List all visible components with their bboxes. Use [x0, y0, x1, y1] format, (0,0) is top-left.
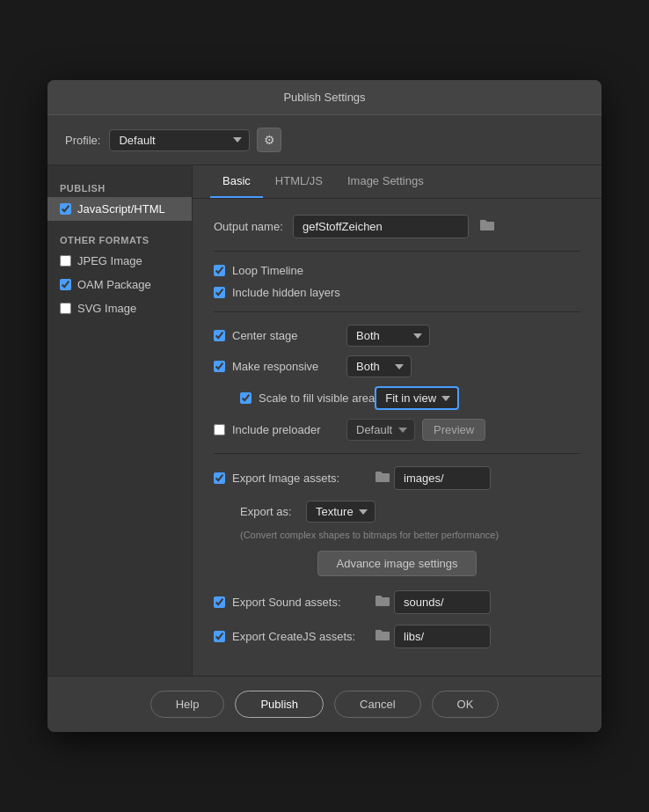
- svg-checkbox[interactable]: [60, 303, 71, 314]
- basic-tab-body: Output name: Loop Timeline: [193, 199, 602, 675]
- loop-timeline-checkbox[interactable]: [214, 265, 225, 276]
- gear-button[interactable]: ⚙: [257, 128, 281, 152]
- profile-label: Profile:: [65, 134, 100, 147]
- profile-row: Profile: Default ⚙: [47, 115, 602, 165]
- export-createjs-folder-button[interactable]: [371, 628, 394, 646]
- javascript-html-label: JavaScript/HTML: [77, 202, 165, 216]
- tab-html-js[interactable]: HTML/JS: [263, 165, 335, 198]
- jpeg-checkbox[interactable]: [60, 255, 71, 267]
- other-formats-label: OTHER FORMATS: [47, 230, 192, 249]
- export-image-row: Export Image assets:: [214, 466, 580, 490]
- sidebar-item-jpeg[interactable]: JPEG Image: [47, 249, 192, 273]
- profile-select[interactable]: Default: [109, 129, 250, 151]
- export-as-row: Export as: Texture PNG JPG: [214, 501, 580, 523]
- make-responsive-row: Make responsive Both Width Height None: [214, 355, 580, 377]
- export-image-path-input[interactable]: [394, 466, 491, 490]
- export-sound-label: Export Sound assets:: [232, 596, 364, 609]
- export-sound-path-input[interactable]: [394, 590, 491, 614]
- content-area: Basic HTML/JS Image Settings Output name…: [193, 165, 602, 676]
- footer: Help Publish Cancel OK: [47, 676, 602, 732]
- ok-button[interactable]: OK: [432, 691, 500, 718]
- output-name-input[interactable]: [293, 215, 469, 238]
- include-hidden-layers-row: Include hidden layers: [214, 286, 580, 299]
- export-createjs-path-input[interactable]: [394, 625, 491, 648]
- main-content: PUBLISH JavaScript/HTML OTHER FORMATS JP…: [47, 165, 602, 676]
- sidebar-item-oam[interactable]: OAM Package: [47, 273, 192, 296]
- publish-section-label: PUBLISH: [47, 178, 192, 197]
- center-stage-label[interactable]: Center stage: [232, 329, 346, 342]
- help-button[interactable]: Help: [150, 691, 225, 718]
- dialog-title: Publish Settings: [283, 91, 365, 104]
- export-as-select[interactable]: Texture PNG JPG: [306, 501, 376, 523]
- loop-timeline-label[interactable]: Loop Timeline: [232, 264, 303, 277]
- export-createjs-row: Export CreateJS assets:: [214, 625, 580, 648]
- include-hidden-layers-label[interactable]: Include hidden layers: [232, 286, 340, 299]
- export-sound-row: Export Sound assets:: [214, 590, 580, 614]
- center-stage-row: Center stage Both Horizontal Vertical No…: [214, 325, 580, 347]
- tabs: Basic HTML/JS Image Settings: [193, 165, 602, 199]
- export-hint: (Convert complex shapes to bitmaps for b…: [214, 530, 580, 540]
- center-stage-select[interactable]: Both Horizontal Vertical None: [346, 325, 430, 347]
- oam-checkbox[interactable]: [60, 279, 71, 290]
- center-stage-checkbox[interactable]: [214, 330, 225, 341]
- scale-to-fill-select[interactable]: Fit in view Fill view None: [375, 386, 459, 410]
- tab-basic[interactable]: Basic: [210, 165, 263, 198]
- publish-button[interactable]: Publish: [235, 691, 324, 718]
- export-createjs-label: Export CreateJS assets:: [232, 630, 364, 643]
- include-preloader-label[interactable]: Include preloader: [232, 423, 346, 436]
- publish-settings-dialog: Publish Settings Profile: Default ⚙ PUBL…: [47, 80, 602, 732]
- preloader-select[interactable]: Default: [346, 419, 415, 441]
- export-image-checkbox[interactable]: [214, 472, 225, 484]
- output-name-row: Output name:: [214, 215, 580, 238]
- make-responsive-select[interactable]: Both Width Height None: [346, 355, 412, 377]
- include-hidden-layers-checkbox[interactable]: [214, 287, 225, 298]
- scale-to-fill-label[interactable]: Scale to fill visible area: [259, 391, 375, 405]
- scale-to-fill-checkbox[interactable]: [240, 392, 252, 404]
- loop-timeline-row: Loop Timeline: [214, 264, 580, 277]
- title-bar: Publish Settings: [47, 80, 602, 115]
- output-name-folder-button[interactable]: [476, 218, 499, 236]
- export-createjs-checkbox[interactable]: [214, 631, 225, 642]
- oam-label: OAM Package: [77, 278, 151, 291]
- export-image-folder-button[interactable]: [371, 470, 394, 487]
- tab-image-settings[interactable]: Image Settings: [335, 165, 436, 198]
- javascript-html-checkbox[interactable]: [60, 203, 71, 215]
- make-responsive-checkbox[interactable]: [214, 361, 225, 372]
- sidebar-item-svg[interactable]: SVG Image: [47, 296, 192, 320]
- scale-to-fill-row: Scale to fill visible area Fit in view F…: [214, 386, 580, 410]
- make-responsive-label[interactable]: Make responsive: [232, 360, 346, 373]
- advance-image-settings-button[interactable]: Advance image settings: [317, 551, 476, 576]
- export-sound-folder-button[interactable]: [371, 594, 394, 611]
- sidebar: PUBLISH JavaScript/HTML OTHER FORMATS JP…: [47, 165, 193, 676]
- export-sound-checkbox[interactable]: [214, 596, 225, 608]
- jpeg-label: JPEG Image: [77, 254, 142, 267]
- include-preloader-checkbox[interactable]: [214, 424, 225, 435]
- svg-label: SVG Image: [77, 302, 136, 315]
- include-preloader-row: Include preloader Default Preview: [214, 419, 580, 441]
- output-name-label: Output name:: [214, 220, 293, 233]
- sidebar-item-javascript-html[interactable]: JavaScript/HTML: [47, 197, 192, 221]
- export-image-label: Export Image assets:: [232, 472, 364, 485]
- cancel-button[interactable]: Cancel: [334, 691, 420, 718]
- preview-button[interactable]: Preview: [422, 419, 485, 441]
- export-as-label: Export as:: [240, 505, 306, 518]
